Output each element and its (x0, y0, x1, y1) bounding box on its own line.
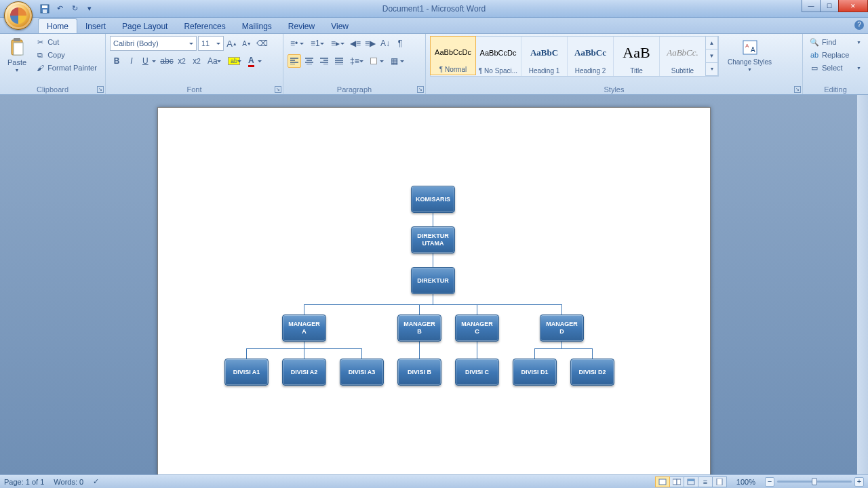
node-divisi-a2[interactable]: DIVISI A2 (282, 359, 326, 386)
highlight-button[interactable]: ab (225, 54, 244, 68)
style-normal[interactable]: AaBbCcDc¶ Normal (430, 36, 476, 75)
node-divisi-c[interactable]: DIVISI C (455, 359, 499, 386)
org-chart[interactable]: KOMISARIS DIREKTUR UTAMA DIREKTUR MANAGE… (226, 186, 639, 403)
node-divisi-d2[interactable]: DIVISI D2 (570, 359, 614, 386)
style-heading-2[interactable]: AaBbCcHeading 2 (568, 37, 614, 76)
tab-insert[interactable]: Insert (77, 19, 114, 33)
style-label: Heading 1 (529, 67, 560, 75)
style-label: ¶ Normal (439, 66, 467, 73)
select-button[interactable]: ▭Select ▼ (807, 62, 864, 74)
line-spacing-button[interactable]: ‡≡ (347, 54, 366, 68)
copy-button[interactable]: ⧉Copy (33, 49, 100, 61)
font-color-button[interactable]: A (245, 54, 264, 68)
paste-button[interactable]: Paste ▼ (4, 36, 30, 75)
styles-dialog-launcher[interactable]: ↘ (794, 86, 801, 93)
replace-label: Replace (822, 51, 849, 59)
qat-customize-button[interactable]: ▾ (83, 2, 96, 16)
borders-button[interactable]: ▦ (388, 54, 407, 68)
style-subtitle[interactable]: AaBbCc.Subtitle (660, 37, 706, 76)
style-label: Subtitle (671, 67, 694, 75)
style-no-spacing[interactable]: AaBbCcDc¶ No Spaci... (475, 37, 521, 76)
spellcheck-icon[interactable]: ✓ (93, 477, 99, 486)
decrease-indent-button[interactable]: ◀≡ (349, 37, 362, 50)
align-center-button[interactable] (302, 54, 316, 68)
outline-view-button[interactable]: ≡ (698, 476, 713, 487)
node-divisi-b[interactable]: DIVISI B (397, 359, 441, 386)
grow-font-button[interactable]: A▲ (225, 37, 239, 50)
clear-formatting-button[interactable]: ⌫ (255, 37, 269, 50)
replace-button[interactable]: abReplace (807, 49, 864, 61)
group-editing: 🔍Find ▼ abReplace ▭Select ▼ Editing (803, 34, 868, 94)
cut-button[interactable]: ✂Cut (33, 36, 100, 48)
underline-button[interactable]: U (140, 54, 159, 68)
font-name-combo[interactable]: Calibri (Body) (110, 36, 197, 51)
align-right-button[interactable] (317, 54, 331, 68)
node-manager-a[interactable]: MANAGER A (282, 314, 326, 342)
tab-page-layout[interactable]: Page Layout (114, 19, 176, 33)
bullets-button[interactable]: ≡• (288, 37, 307, 50)
node-divisi-a1[interactable]: DIVISI A1 (224, 359, 269, 386)
style-title[interactable]: AaBTitle (614, 37, 660, 76)
node-divisi-d1[interactable]: DIVISI D1 (513, 359, 557, 386)
print-layout-view-button[interactable] (655, 476, 670, 487)
clipboard-dialog-launcher[interactable]: ↘ (97, 86, 104, 93)
tab-review[interactable]: Review (280, 19, 323, 33)
tab-view[interactable]: View (323, 19, 357, 33)
svg-rect-11 (677, 479, 681, 485)
full-screen-view-button[interactable] (669, 476, 684, 487)
close-button[interactable]: ✕ (838, 0, 868, 12)
node-manager-c[interactable]: MANAGER C (455, 314, 499, 342)
font-dialog-launcher[interactable]: ↘ (275, 86, 281, 93)
save-button[interactable] (38, 2, 52, 16)
superscript-button[interactable]: x2 (190, 54, 203, 68)
change-styles-button[interactable]: AA Change Styles▼ (724, 36, 775, 74)
node-manager-d[interactable]: MANAGER D (540, 314, 584, 342)
document-page[interactable]: KOMISARIS DIREKTUR UTAMA DIREKTUR MANAGE… (157, 107, 711, 474)
tab-mailings[interactable]: Mailings (234, 19, 280, 33)
status-page[interactable]: Page: 1 of 1 (4, 478, 44, 486)
font-size-combo[interactable]: 11 (198, 36, 224, 51)
node-manager-b[interactable]: MANAGER B (397, 314, 441, 342)
tab-references[interactable]: References (176, 19, 233, 33)
italic-button[interactable]: I (125, 54, 138, 68)
node-divisi-a3[interactable]: DIVISI A3 (340, 359, 384, 386)
zoom-in-button[interactable]: + (854, 477, 864, 487)
title-bar: ↶ ↻ ▾ Document1 - Microsoft Word — ☐ ✕ (0, 0, 868, 18)
node-direktur[interactable]: DIREKTUR (411, 267, 455, 294)
align-left-button[interactable] (288, 54, 301, 68)
sort-button[interactable]: A↓ (378, 37, 392, 50)
increase-indent-button[interactable]: ≡▶ (363, 37, 377, 50)
paragraph-dialog-launcher[interactable]: ↘ (417, 86, 424, 93)
node-direktur-utama[interactable]: DIREKTUR UTAMA (411, 226, 455, 253)
justify-button[interactable] (332, 54, 346, 68)
help-icon[interactable]: ? (854, 20, 864, 30)
bold-button[interactable]: B (110, 54, 123, 68)
format-painter-button[interactable]: 🖌Format Painter (33, 62, 100, 74)
find-button[interactable]: 🔍Find ▼ (807, 36, 864, 48)
numbering-button[interactable]: ≡1 (308, 37, 327, 50)
subscript-button[interactable]: x2 (175, 54, 189, 68)
shading-button[interactable] (368, 54, 387, 68)
shrink-font-button[interactable]: A▼ (240, 37, 254, 50)
style-heading-1[interactable]: AaBbCHeading 1 (521, 37, 568, 76)
show-marks-button[interactable]: ¶ (393, 37, 407, 50)
minimize-button[interactable]: — (802, 0, 821, 12)
styles-gallery-scroll[interactable]: ▲▼▾ (706, 37, 718, 76)
font-group-label: Font (110, 84, 279, 94)
multilevel-list-button[interactable]: ≡▸ (328, 37, 347, 50)
node-komisaris[interactable]: KOMISARIS (411, 186, 455, 213)
maximize-button[interactable]: ☐ (820, 0, 839, 12)
redo-button[interactable]: ↻ (68, 2, 81, 16)
zoom-level[interactable]: 100% (736, 478, 755, 486)
draft-view-button[interactable] (712, 476, 727, 487)
change-case-button[interactable]: Aa (205, 54, 224, 68)
zoom-out-button[interactable]: − (765, 477, 774, 487)
tab-home[interactable]: Home (38, 18, 77, 33)
web-layout-view-button[interactable] (684, 476, 698, 487)
office-button[interactable] (4, 1, 33, 30)
zoom-slider[interactable] (777, 481, 852, 483)
vertical-scrollbar[interactable] (857, 95, 868, 474)
undo-button[interactable]: ↶ (53, 2, 66, 16)
status-words[interactable]: Words: 0 (54, 478, 83, 486)
strikethrough-button[interactable]: abc (160, 54, 174, 68)
